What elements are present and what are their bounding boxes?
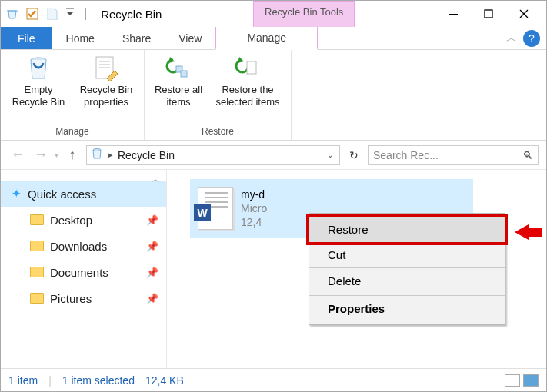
button-label: Recycle Bin properties xyxy=(75,84,138,109)
sidebar-item-downloads[interactable]: Downloads 📌 xyxy=(1,233,166,259)
forward-button[interactable]: → xyxy=(32,147,50,163)
restore-all-button[interactable]: Restore all items xyxy=(151,53,206,109)
folder-icon xyxy=(30,293,44,304)
close-button[interactable] xyxy=(506,2,542,25)
word-document-icon xyxy=(198,187,233,230)
checkbox-icon[interactable] xyxy=(25,7,39,21)
annotation-arrow xyxy=(515,224,542,240)
file-metadata: my-d Micro 12,4 xyxy=(241,188,267,230)
sidebar-item-label: Desktop xyxy=(50,214,92,227)
sidebar-item-label: Documents xyxy=(50,266,108,279)
sidebar-item-label: Pictures xyxy=(50,292,92,305)
sidebar-item-documents[interactable]: Documents 📌 xyxy=(1,259,166,285)
svg-rect-11 xyxy=(247,61,256,74)
maximize-button[interactable] xyxy=(471,2,506,25)
ribbon-collapse-icon[interactable]: ︿ xyxy=(502,27,522,49)
navigation-bar: ← → ▾ ↑ ▸ Recycle Bin ⌄ ↻ Search Rec... … xyxy=(1,141,546,170)
star-icon: ✦ xyxy=(12,187,22,201)
ribbon-group-manage: Empty Recycle Bin Recycle Bin properties… xyxy=(1,50,145,140)
group-label: Manage xyxy=(55,125,88,140)
svg-rect-1 xyxy=(66,8,74,9)
pin-icon: 📌 xyxy=(146,293,158,304)
help-button[interactable]: ? xyxy=(523,30,540,47)
context-menu-delete[interactable]: Delete xyxy=(309,267,505,294)
sidebar-item-label: Downloads xyxy=(50,240,107,253)
sidebar-item-desktop[interactable]: Desktop 📌 xyxy=(1,207,166,233)
selection-count: 1 item selected xyxy=(62,374,135,387)
tab-view[interactable]: View xyxy=(165,27,215,49)
document-icon xyxy=(45,7,59,21)
address-segment[interactable]: Recycle Bin xyxy=(118,149,175,161)
quick-access-toolbar: | Recycle Bin xyxy=(5,6,162,22)
contextual-tab-label: Recycle Bin Tools xyxy=(253,1,355,27)
button-label: Restore all items xyxy=(151,84,206,109)
svg-point-12 xyxy=(93,148,101,151)
item-count: 1 item xyxy=(8,374,38,387)
sidebar-item-pictures[interactable]: Pictures 📌 xyxy=(1,285,166,311)
restore-selected-icon xyxy=(234,55,262,82)
svg-rect-3 xyxy=(485,10,492,18)
search-input[interactable]: Search Rec... 🔍︎ xyxy=(368,145,539,165)
sidebar-item-quick-access[interactable]: ✦ Quick access xyxy=(1,181,166,207)
recycle-bin-window: | Recycle Bin Recycle Bin Tools File Hom… xyxy=(0,0,547,392)
separator: | xyxy=(84,7,87,21)
chevron-right-icon[interactable]: ▸ xyxy=(108,150,113,160)
folder-icon xyxy=(30,241,44,251)
address-bar[interactable]: ▸ Recycle Bin ⌄ xyxy=(86,145,340,165)
pin-icon: 📌 xyxy=(146,267,158,278)
context-menu-properties[interactable]: Properties xyxy=(309,295,505,321)
ribbon-group-restore: Restore all items Restore the selected i… xyxy=(145,50,292,140)
minimize-button[interactable] xyxy=(435,2,471,25)
svg-rect-2 xyxy=(449,14,458,15)
tab-home[interactable]: Home xyxy=(52,27,108,49)
recycle-bin-icon xyxy=(90,147,104,164)
qat-dropdown-icon[interactable] xyxy=(65,6,75,22)
pin-icon: 📌 xyxy=(146,241,158,252)
recycle-bin-properties-button[interactable]: Recycle Bin properties xyxy=(75,53,138,109)
large-icons-view-button[interactable] xyxy=(523,374,539,387)
back-button[interactable]: ← xyxy=(8,147,27,163)
navigation-pane: ︿ ✦ Quick access Desktop 📌 Downloads 📌 D… xyxy=(1,170,167,368)
recycle-bin-icon xyxy=(5,7,19,21)
sidebar-item-label: Quick access xyxy=(28,188,96,201)
context-menu: Restore Cut Delete Properties xyxy=(309,213,505,325)
file-name: my-d xyxy=(241,188,267,201)
button-label: Restore the selected items xyxy=(211,84,285,109)
context-menu-restore[interactable]: Restore xyxy=(309,217,505,242)
empty-recycle-bin-button[interactable]: Empty Recycle Bin xyxy=(7,53,70,109)
search-placeholder: Search Rec... xyxy=(373,149,439,161)
folder-icon xyxy=(30,267,44,277)
status-bar: 1 item | 1 item selected 12,4 KB xyxy=(1,368,546,391)
scroll-up-icon[interactable]: ︿ xyxy=(148,171,163,187)
view-switcher xyxy=(505,374,539,387)
tab-share[interactable]: Share xyxy=(108,27,165,49)
ribbon: Empty Recycle Bin Recycle Bin properties… xyxy=(1,50,546,141)
window-controls xyxy=(435,2,542,25)
svg-rect-10 xyxy=(181,71,187,77)
trash-icon xyxy=(25,55,52,82)
up-button[interactable]: ↑ xyxy=(63,147,82,163)
file-type: Micro xyxy=(241,201,267,215)
file-size: 12,4 xyxy=(241,215,267,229)
restore-all-icon xyxy=(165,55,192,82)
selection-size: 12,4 KB xyxy=(145,374,184,387)
ribbon-tab-row: File Home Share View Manage ︿ ? xyxy=(1,27,546,50)
title-bar: | Recycle Bin Recycle Bin Tools xyxy=(1,1,546,27)
folder-icon xyxy=(30,214,44,225)
properties-icon xyxy=(92,55,120,82)
restore-selected-button[interactable]: Restore the selected items xyxy=(211,53,285,109)
refresh-button[interactable]: ↻ xyxy=(345,149,363,161)
button-label: Empty Recycle Bin xyxy=(7,84,70,109)
search-icon: 🔍︎ xyxy=(522,149,533,161)
window-title: Recycle Bin xyxy=(101,8,162,21)
separator: | xyxy=(48,374,52,387)
group-label: Restore xyxy=(202,125,234,140)
details-view-button[interactable] xyxy=(505,374,520,387)
context-menu-cut[interactable]: Cut xyxy=(309,242,505,267)
address-dropdown-icon[interactable]: ⌄ xyxy=(324,151,336,159)
history-dropdown-icon[interactable]: ▾ xyxy=(55,151,58,159)
tab-file[interactable]: File xyxy=(1,27,52,49)
tab-manage[interactable]: Manage xyxy=(215,27,318,50)
pin-icon: 📌 xyxy=(146,214,158,226)
